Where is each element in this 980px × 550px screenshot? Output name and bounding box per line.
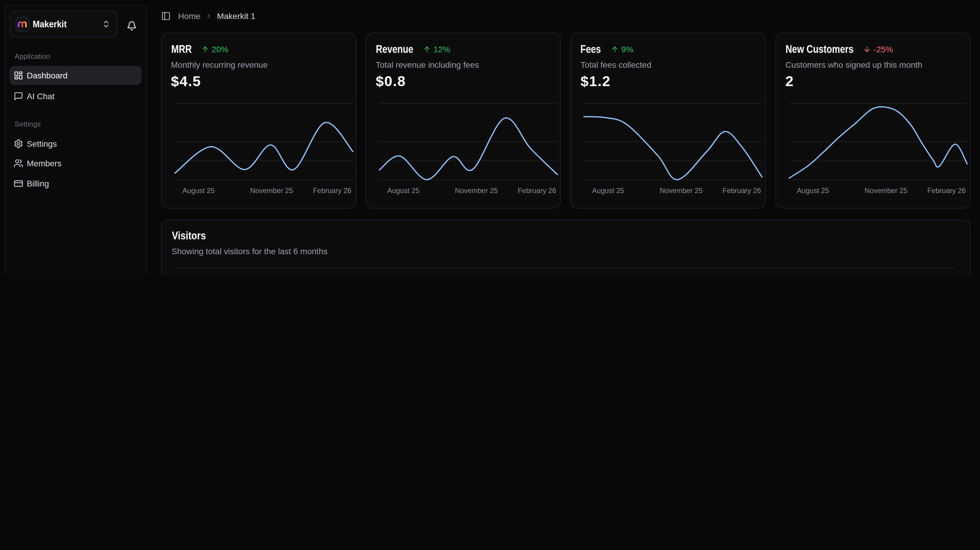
stat-subtitle: Total fees collected: [581, 60, 651, 70]
stat-card-revenue: Revenue 12% Total revenue including fees…: [366, 32, 561, 208]
stat-title: Fees: [581, 43, 601, 55]
settings-icon: [13, 139, 23, 148]
visitors-area-svg: [173, 256, 955, 275]
x-axis-tick: February 26: [518, 187, 556, 195]
stat-card-new-customers: New Customers -25% Customers who signed …: [775, 32, 970, 208]
x-axis-tick: February 26: [722, 187, 761, 195]
stat-card-fees: Fees 9% Total fees collected $1.2 August…: [571, 32, 766, 208]
dashboard-page: Makerkit ApplicationDashboardAI ChatSett…: [0, 0, 980, 275]
sidebar-item-settings[interactable]: Settings: [9, 134, 142, 153]
sparkline-path: [379, 118, 557, 180]
x-axis-tick: August 25: [592, 187, 624, 195]
stat-delta-badge: 20%: [201, 44, 228, 54]
chevrons-up-down-icon[interactable]: [102, 20, 111, 29]
x-axis-tick: November 25: [865, 187, 907, 195]
sparkline-chart[interactable]: [584, 102, 762, 181]
team-selector[interactable]: Makerkit: [10, 11, 118, 37]
breadcrumb-current: Makerkit 1: [217, 11, 255, 21]
stat-delta-badge: -25%: [863, 44, 893, 54]
arrow-up-icon: [201, 45, 209, 54]
breadcrumb: Home Makerkit 1: [161, 10, 255, 22]
stat-subtitle: Total revenue including fees: [376, 60, 479, 70]
users-icon: [13, 159, 23, 168]
credit-card-icon: [13, 179, 23, 188]
sidebar-item-members[interactable]: Members: [9, 154, 142, 173]
sidebar-item-label: Dashboard: [27, 71, 67, 80]
settings-icon: [13, 139, 23, 148]
arrow-down-icon: [863, 45, 871, 54]
brand-name: Makerkit: [33, 19, 93, 29]
breadcrumb-home[interactable]: Home: [178, 11, 200, 21]
x-axis-tick: February 26: [313, 187, 351, 195]
credit-card-icon: [13, 179, 23, 188]
x-axis-tick: November 25: [660, 187, 703, 195]
stat-card-mrr: MRR 20% Monthly recurring revenue $4.5 A…: [161, 32, 356, 208]
x-axis-tick: August 25: [387, 187, 420, 195]
stat-subtitle: Customers who signed up this month: [785, 60, 922, 70]
sidebar-section-label: Settings: [14, 120, 41, 128]
stat-value: 2: [785, 71, 794, 90]
sidebar-section-label: Application: [14, 52, 50, 60]
stat-delta-badge: 12%: [423, 44, 450, 54]
panel-left-icon[interactable]: [161, 11, 170, 21]
stat-value: $0.8: [376, 71, 406, 90]
stat-delta: 20%: [212, 44, 228, 54]
sidebar: Makerkit ApplicationDashboardAI ChatSett…: [5, 5, 146, 275]
stat-delta: 9%: [621, 44, 633, 54]
layout-dashboard-icon: [13, 71, 23, 80]
layout-dashboard-icon: [13, 71, 23, 80]
sparkline-chart[interactable]: [379, 102, 557, 181]
x-axis-tick: November 25: [250, 187, 293, 195]
stat-value: $4.5: [171, 71, 201, 90]
stat-title: Revenue: [376, 43, 413, 55]
stat-delta: -25%: [873, 44, 893, 54]
users-icon: [13, 159, 23, 168]
sparkline-path: [584, 117, 762, 180]
sparkline-chart[interactable]: [789, 102, 967, 181]
visitors-subtitle: Showing total visitors for the last 6 mo…: [172, 246, 327, 256]
stat-delta-badge: 9%: [611, 44, 633, 54]
x-axis-tick: August 25: [183, 187, 215, 195]
x-axis-tick: November 25: [455, 187, 498, 195]
stat-title: New Customers: [785, 43, 853, 55]
stat-subtitle: Monthly recurring revenue: [171, 60, 267, 70]
visitors-title: Visitors: [172, 230, 205, 243]
stat-delta: 12%: [434, 44, 450, 54]
sidebar-item-billing[interactable]: Billing: [9, 174, 142, 193]
chevron-right-icon: [205, 12, 213, 20]
makerkit-logo-m: [17, 19, 27, 29]
makerkit-logo: [15, 17, 29, 31]
sidebar-item-label: Settings: [27, 139, 57, 148]
sparkline-path: [789, 107, 967, 178]
sparkline-chart[interactable]: [175, 102, 353, 181]
arrow-up-icon: [611, 45, 619, 54]
stat-title: MRR: [171, 43, 191, 55]
message-square-icon: [13, 92, 23, 101]
sidebar-item-dashboard[interactable]: Dashboard: [9, 66, 142, 85]
sidebar-item-label: Members: [27, 159, 62, 168]
sparkline-path: [175, 122, 353, 173]
sidebar-item-label: Billing: [27, 179, 49, 188]
sidebar-item-label: AI Chat: [27, 92, 54, 101]
stat-value: $1.2: [581, 71, 611, 90]
x-axis-tick: August 25: [797, 187, 829, 195]
visitors-card: Visitors Showing total visitors for the …: [161, 220, 970, 275]
sidebar-item-ai-chat[interactable]: AI Chat: [9, 87, 142, 106]
arrow-up-icon: [423, 45, 431, 54]
bell-icon[interactable]: [127, 21, 137, 30]
message-square-icon: [13, 92, 23, 101]
x-axis-tick: February 26: [928, 187, 966, 195]
